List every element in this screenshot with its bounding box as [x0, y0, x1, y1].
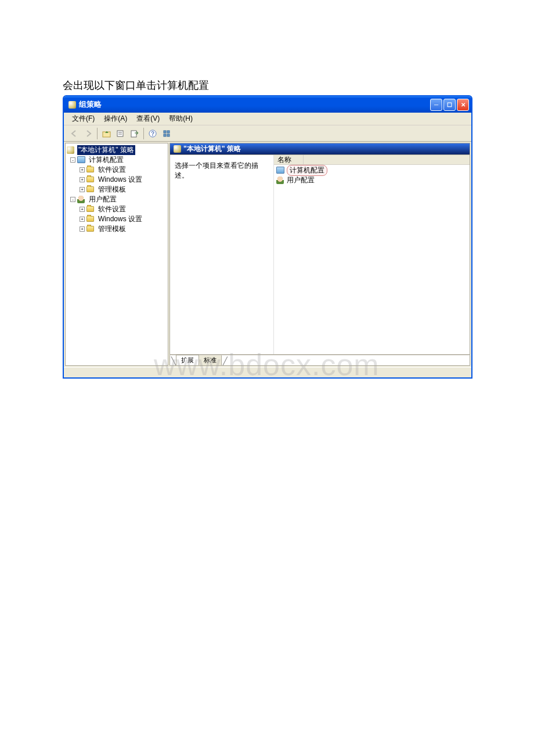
column-name[interactable]: 名称: [277, 155, 304, 165]
properties-icon: [116, 129, 125, 138]
svg-rect-4: [131, 131, 136, 137]
tree-pane[interactable]: "本地计算机" 策略 - 计算机配置 + 软件设置 + Windows 设置 +…: [65, 143, 168, 366]
menubar: 文件(F) 操作(A) 查看(V) 帮助(H): [64, 113, 471, 125]
content-area: "本地计算机" 策略 - 计算机配置 + 软件设置 + Windows 设置 +…: [64, 142, 471, 367]
tree-root-local-policy[interactable]: "本地计算机" 策略: [66, 145, 168, 154]
tree-user-config[interactable]: - 用户配置: [66, 195, 168, 204]
folder-up-icon: [102, 129, 111, 138]
svg-text:?: ?: [150, 131, 154, 137]
properties-button[interactable]: [114, 127, 127, 140]
folder-icon: [86, 175, 96, 183]
toolbar: ?: [64, 125, 471, 142]
user-icon: [276, 176, 286, 184]
up-button[interactable]: [100, 127, 113, 140]
tree-computer-config[interactable]: - 计算机配置: [66, 155, 168, 164]
folder-icon: [86, 225, 96, 233]
maximize-button[interactable]: ☐: [443, 99, 456, 111]
window-title: 组策略: [79, 99, 102, 110]
menu-action[interactable]: 操作(A): [99, 113, 132, 125]
page-caption: 会出现以下窗口单击计算机配置: [63, 78, 534, 92]
policy-icon: [67, 146, 76, 154]
svg-rect-8: [167, 131, 169, 133]
tab-extended[interactable]: 扩展: [176, 355, 199, 365]
right-pane: "本地计算机" 策略 选择一个项目来查看它的描述。 名称 计算机配置: [169, 143, 470, 366]
right-header: "本地计算机" 策略: [169, 143, 470, 154]
svg-rect-1: [117, 131, 123, 136]
description-text: 选择一个项目来查看它的描述。: [175, 161, 269, 181]
folder-icon: [86, 185, 96, 193]
user-icon: [77, 195, 86, 203]
svg-rect-10: [167, 134, 169, 136]
close-button[interactable]: ✕: [457, 99, 469, 111]
policy-icon: [174, 145, 181, 153]
minimize-button[interactable]: ─: [430, 99, 442, 111]
list-pane[interactable]: 名称 计算机配置 用户配置: [273, 155, 470, 354]
expand-icon[interactable]: +: [80, 207, 85, 212]
svg-rect-7: [164, 131, 166, 133]
forward-button[interactable]: [81, 127, 95, 140]
folder-icon: [86, 215, 96, 223]
tab-strip: ╲ 扩展 标准 ╱: [169, 355, 470, 366]
right-header-title: "本地计算机" 策略: [183, 144, 241, 154]
expand-icon[interactable]: +: [80, 177, 85, 182]
arrow-left-icon: [70, 129, 78, 138]
list-item-user-config[interactable]: 用户配置: [274, 175, 470, 185]
titlebar[interactable]: 组策略 ─ ☐ ✕: [64, 96, 471, 113]
expand-icon[interactable]: +: [80, 187, 85, 192]
tree-software-settings-2[interactable]: + 软件设置: [66, 204, 168, 214]
description-pane: 选择一个项目来查看它的描述。: [170, 155, 273, 354]
computer-icon: [77, 156, 86, 164]
tree-admin-templates-2[interactable]: + 管理模板: [66, 224, 168, 233]
export-button[interactable]: [128, 127, 141, 140]
help-icon: ?: [149, 129, 158, 138]
expand-icon[interactable]: +: [80, 226, 85, 232]
computer-icon: [276, 166, 286, 174]
menu-help[interactable]: 帮助(H): [164, 113, 197, 125]
menu-file[interactable]: 文件(F): [67, 113, 99, 125]
tree-windows-settings-1[interactable]: + Windows 设置: [66, 175, 168, 184]
folder-icon: [86, 205, 96, 213]
list-item-computer-config[interactable]: 计算机配置: [274, 165, 470, 175]
folder-icon: [86, 165, 96, 174]
group-policy-window: 组策略 ─ ☐ ✕ 文件(F) 操作(A) 查看(V) 帮助(H): [63, 95, 472, 379]
column-header[interactable]: 名称: [274, 155, 470, 165]
export-icon: [130, 129, 139, 138]
svg-rect-9: [164, 134, 166, 136]
tree-software-settings-1[interactable]: + 软件设置: [66, 165, 168, 174]
collapse-icon[interactable]: -: [70, 197, 75, 202]
right-body: 选择一个项目来查看它的描述。 名称 计算机配置 用户配置: [169, 154, 470, 355]
back-button[interactable]: [67, 127, 81, 140]
expand-icon[interactable]: +: [80, 167, 85, 172]
menu-view[interactable]: 查看(V): [132, 113, 164, 125]
view-button[interactable]: [160, 127, 174, 140]
statusbar: [64, 367, 471, 377]
help-button[interactable]: ?: [146, 127, 160, 140]
expand-icon[interactable]: +: [80, 217, 85, 222]
list-view-icon: [163, 129, 172, 138]
tab-standard[interactable]: 标准: [199, 355, 222, 365]
arrow-right-icon: [84, 129, 92, 138]
tree-windows-settings-2[interactable]: + Windows 设置: [66, 214, 168, 224]
tree-admin-templates-1[interactable]: + 管理模板: [66, 185, 168, 194]
app-icon: [67, 100, 77, 109]
collapse-icon[interactable]: -: [70, 157, 75, 163]
